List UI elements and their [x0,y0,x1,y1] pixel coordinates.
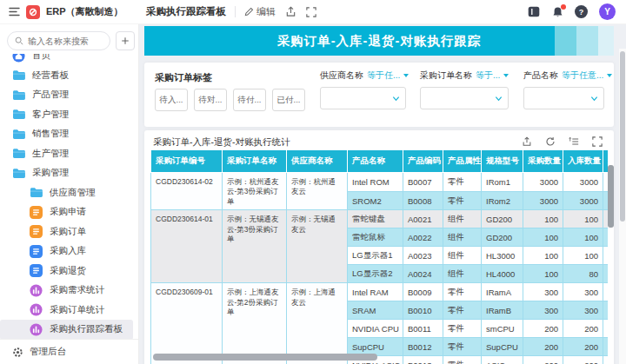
product-code-cell: A0022 [403,228,443,247]
order-tag-button-3[interactable]: 已付... [272,89,305,111]
truncated-cell [603,228,609,247]
sidebar-item-label: 经营看板 [32,69,69,82]
product-code-cell: A0024 [403,265,443,283]
sidebar-item-production-mgmt[interactable]: 生产管理 [0,144,133,164]
active-tab-title[interactable]: 采购执行跟踪看板 [146,5,226,18]
user-avatar[interactable]: Y [599,3,616,20]
purchase-qty-cell: 200 [523,338,563,356]
product-code-cell: B0008 [403,191,443,210]
product-attr-cell: 零件 [443,356,482,364]
sidebar-item-purchase-tracking-board[interactable]: 采购执行跟踪看板 [0,320,133,339]
spec-cell: HL4000 [482,265,523,283]
sidebar-item-home[interactable]: 首页 [0,54,133,66]
top-bar: ERP（离散制造） 采购执行跟踪看板 编辑 ? Y [0,0,626,24]
spec-cell: IRom1 [482,173,523,192]
sidebar-item-purchase-request[interactable]: 采购申请 [0,202,133,222]
purchase-qty-cell: 200 [523,356,563,364]
product-attr-cell: 零件 [443,283,482,301]
sidebar-item-purchase-return[interactable]: 采购退货 [0,261,133,281]
column-header[interactable]: 采购数量 [523,150,563,173]
sidebar-item-sales-mgmt[interactable]: 销售管理 [0,124,133,144]
order-no-cell: CGDD230609-01 [151,283,223,364]
column-header[interactable]: 产品编码 [403,150,443,173]
sidebar-item-admin-backend[interactable]: 管理后台 [0,339,138,364]
table-fullscreen-icon[interactable] [591,136,603,148]
horizontal-scrollbar-thumb[interactable] [153,354,377,361]
search-icon [15,36,23,45]
column-header[interactable]: 入库数量 [563,150,603,173]
product-name-cell: NVIDIA CPU [348,320,403,338]
search-input[interactable] [28,36,103,46]
edit-button[interactable]: 编辑 [244,5,276,18]
order-tag-button-2[interactable]: 待付... [233,89,266,111]
sidebar-item-purchase-mgmt[interactable]: 采购管理 [0,163,133,183]
inbound-qty-cell: 200 [563,356,603,364]
product-name-operator[interactable]: 产品名称等于任意... [523,69,604,82]
sidebar-item-purchase-inbound[interactable]: 采购入库 [0,242,133,261]
table-row[interactable]: CGDD230614-01示例：无锡通友云-第3份采购订单示例：无锡通友云雷蛇键… [151,210,609,228]
export-icon[interactable] [521,136,533,148]
sidebar-item-label: 采购订单 [50,226,86,238]
chart-icon [30,303,43,316]
table-scroll-area: 采购订单编号采购订单名称供应商名称产品名称产品编码产品属性规格型号采购数量入库数… [150,149,608,364]
sidebar: 首页经营看板产品管理客户管理销售管理生产管理采购管理供应商管理采购申请采购订单采… [0,24,139,364]
share-icon[interactable] [284,6,296,18]
fullscreen-icon[interactable] [305,6,317,18]
sidebar-item-customer-mgmt[interactable]: 客户管理 [0,105,133,125]
inbound-qty-cell: 200 [563,320,603,338]
column-header[interactable]: 供应商名称 [287,150,348,173]
doc-icon [30,245,43,258]
page-scrollbar-track [619,49,626,364]
sidebar-item-purchase-order[interactable]: 采购订单 [0,222,133,242]
sidebar-item-label: 供应商管理 [50,187,96,199]
truncated-cell [603,283,609,301]
order-tag-button-0[interactable]: 待入... [155,89,188,111]
column-header[interactable]: 产品名称 [348,150,403,173]
page-scrollbar-thumb[interactable] [620,51,625,222]
table-vertical-scrollbar-thumb[interactable] [608,165,614,228]
sidebar-search[interactable] [7,31,110,50]
supplier-name-select[interactable] [320,87,406,109]
doc-icon [30,225,43,238]
filter-label: 产品名称 [523,69,558,82]
table-row[interactable]: CGDD230609-01示例：上海通友云-第2份采购订单示例：上海通友云Int… [151,283,609,301]
help-icon[interactable]: ? [575,5,588,18]
notification-bell-icon[interactable] [551,6,563,18]
truncated-cell [603,247,609,265]
sidebar-item-supplier-mgmt[interactable]: 供应商管理 [0,183,133,203]
sidebar-item-label: 销售管理 [32,128,69,140]
sidebar-item-business-board[interactable]: 经营看板 [0,66,133,86]
sidebar-item-purchase-demand-stats[interactable]: 采购需求统计 [0,281,133,301]
product-code-cell: B0011 [403,320,443,338]
product-code-cell: B0007 [403,173,443,192]
panel-toggle-icon[interactable] [528,6,540,18]
column-header[interactable]: 规格型号 [482,150,523,173]
product-attr-cell: 组件 [443,265,482,283]
home-icon [12,54,25,63]
hamburger-menu-icon[interactable] [8,6,20,18]
column-header[interactable]: 采购订单编号 [151,150,223,173]
column-header[interactable]: 产品属性 [443,150,482,173]
sidebar-item-purchase-order-stats[interactable]: 采购订单统计 [0,301,133,321]
table-row[interactable]: CGDD230614-02示例：杭州通友云-第3份采购订单示例：杭州通友云Int… [151,173,609,192]
gear-icon [12,347,23,358]
purchase-order-name-select[interactable] [420,87,509,109]
sidebar-item-label: 采购订单统计 [50,304,104,316]
product-name-cell: 雷蛇键盘 [348,210,403,228]
banner-title: 采购订单-入库-退货-对账执行跟踪 [277,33,482,50]
order-tag-button-1[interactable]: 待对... [194,89,227,111]
filter-label: 采购订单名称 [420,69,472,82]
column-settings-icon[interactable] [568,136,580,148]
purchase-order-name-operator[interactable]: 采购订单名称等于... [420,69,509,82]
supplier-name-operator[interactable]: 供应商名称等于任... [320,69,406,82]
spec-cell: GD200 [482,210,523,228]
sidebar-item-product-mgmt[interactable]: 产品管理 [0,85,133,105]
product-name-select[interactable] [523,87,604,109]
column-header[interactable]: 采购订单名称 [223,150,287,173]
product-code-cell: B0012 [403,338,443,356]
supplier-cell: 示例：上海通友云 [287,283,348,364]
add-button[interactable] [116,31,135,50]
refresh-icon[interactable] [544,136,556,148]
folder-icon [12,69,25,82]
chart-icon [30,323,43,336]
